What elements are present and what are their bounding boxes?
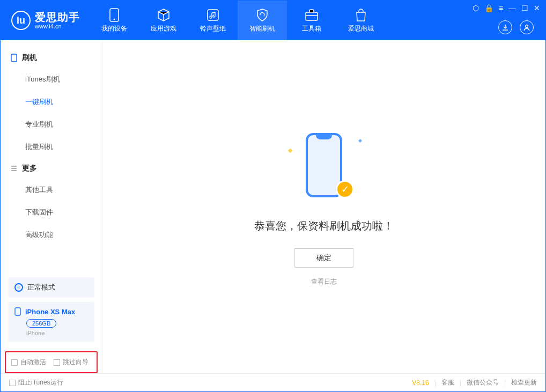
device-icon (107, 8, 121, 22)
top-nav: 我的设备 应用游戏 铃声壁纸 智能刷机 工具箱 爱思商城 (90, 1, 386, 40)
mode-indicator[interactable]: 正常模式 (8, 277, 94, 298)
main-content: ✓ 恭喜您，保资料刷机成功啦！ 确定 查看日志 (102, 40, 545, 373)
svg-rect-3 (306, 12, 318, 20)
sidebar-item-download-firmware[interactable]: 下载固件 (1, 201, 102, 224)
ok-button[interactable]: 确定 (294, 248, 353, 268)
sidebar-item-batch-flash[interactable]: 批量刷机 (1, 136, 102, 158)
nav-my-device[interactable]: 我的设备 (90, 1, 139, 40)
shopping-bag-icon (354, 8, 368, 22)
footer-link-support[interactable]: 客服 (441, 378, 454, 387)
success-title: 恭喜您，保资料刷机成功啦！ (254, 219, 394, 233)
nav-toolbox[interactable]: 工具箱 (287, 1, 336, 40)
sidebar-item-advanced[interactable]: 高级功能 (1, 224, 102, 246)
download-button[interactable] (498, 20, 512, 34)
sidebar-item-other-tools[interactable]: 其他工具 (1, 179, 102, 201)
footer-link-update[interactable]: 检查更新 (511, 378, 537, 387)
sidebar: 刷机 iTunes刷机 一键刷机 专业刷机 批量刷机 更多 其他工具 下载固件 … (1, 40, 102, 373)
titlebar: ⬡ 🔒 ≡ — ☐ ✕ iu 爱思助手 www.i4.cn 我的设备 应用游戏 (1, 1, 545, 40)
sidebar-item-oneclick-flash[interactable]: 一键刷机 (1, 91, 102, 113)
phone-icon (10, 54, 18, 62)
logo: iu 爱思助手 www.i4.cn (1, 1, 90, 40)
version-label: V8.16 (412, 379, 429, 387)
footer-link-wechat[interactable]: 微信公众号 (467, 378, 499, 387)
app-title: 爱思助手 (35, 11, 80, 23)
body: 刷机 iTunes刷机 一键刷机 专业刷机 批量刷机 更多 其他工具 下载固件 … (1, 40, 545, 373)
svg-rect-6 (15, 308, 20, 315)
svg-point-1 (114, 18, 115, 20)
window-controls: ⬡ 🔒 ≡ — ☐ ✕ (473, 4, 540, 12)
mode-dot-icon (14, 283, 23, 292)
mode-label: 正常模式 (27, 283, 55, 292)
view-log-link[interactable]: 查看日志 (311, 277, 337, 286)
app-window: ⬡ 🔒 ≡ — ☐ ✕ iu 爱思助手 www.i4.cn 我的设备 应用游戏 (0, 0, 546, 392)
sidebar-section-flash: 刷机 (1, 48, 102, 68)
sidebar-item-itunes-flash[interactable]: iTunes刷机 (1, 68, 102, 91)
check-badge-icon: ✓ (336, 180, 354, 198)
nav-store[interactable]: 爱思商城 (336, 1, 386, 40)
sidebar-section-more: 更多 (1, 158, 102, 179)
success-illustration: ✓ (292, 128, 356, 208)
shirt-icon[interactable]: ⬡ (473, 4, 479, 12)
device-name: iPhone XS Max (25, 308, 75, 316)
device-subtype: iPhone (26, 330, 88, 336)
user-button[interactable] (520, 20, 534, 34)
list-icon (10, 165, 18, 172)
device-capacity: 256GB (26, 319, 56, 328)
nav-smart-flash[interactable]: 智能刷机 (238, 1, 287, 40)
cube-icon (157, 8, 171, 22)
svg-point-4 (526, 25, 528, 28)
menu-icon[interactable]: ≡ (499, 4, 503, 12)
nav-ringtone-wallpaper[interactable]: 铃声壁纸 (188, 1, 238, 40)
checkbox-block-itunes[interactable]: 阻止iTunes运行 (9, 378, 63, 387)
device-card[interactable]: iPhone XS Max 256GB iPhone (8, 302, 94, 342)
checkbox-skip-wizard[interactable]: 跳过向导 (54, 358, 88, 367)
lock-icon[interactable]: 🔒 (484, 4, 493, 12)
shield-refresh-icon (255, 8, 269, 22)
footer: 阻止iTunes运行 V8.16 | 客服 | 微信公众号 | 检查更新 (1, 373, 545, 391)
maximize-button[interactable]: ☐ (521, 4, 528, 12)
svg-rect-5 (11, 54, 17, 62)
app-subtitle: www.i4.cn (35, 23, 80, 29)
nav-apps-games[interactable]: 应用游戏 (139, 1, 188, 40)
toolbox-icon (305, 8, 319, 22)
svg-rect-2 (208, 10, 218, 20)
minimize-button[interactable]: — (508, 4, 516, 12)
device-phone-icon (14, 307, 21, 316)
options-highlight: 自动激活 跳过向导 (5, 351, 98, 373)
sidebar-item-pro-flash[interactable]: 专业刷机 (1, 113, 102, 136)
music-icon (206, 8, 220, 22)
checkbox-auto-activate[interactable]: 自动激活 (11, 358, 46, 367)
logo-icon: iu (11, 11, 31, 30)
close-button[interactable]: ✕ (534, 4, 540, 12)
